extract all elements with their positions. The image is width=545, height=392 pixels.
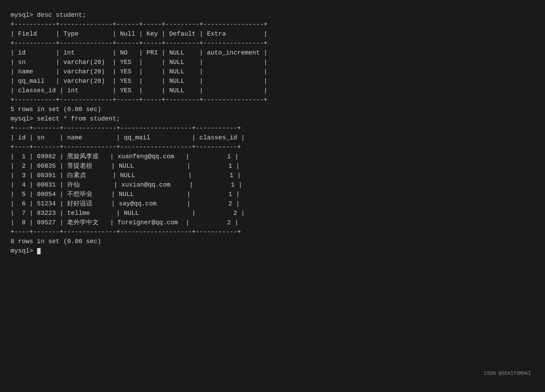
terminal-line: | classes_id | int | YES | | NULL | |	[10, 86, 535, 95]
cursor	[37, 248, 41, 254]
terminal-line: | 2 | 00835 | 菩提老祖 | NULL | 1 |	[10, 161, 535, 171]
terminal-line: +----+-------+--------------+-----------…	[10, 143, 535, 152]
terminal-line: | 8 | 09527 | 老外学中文 | foreigner@qq.com |…	[10, 218, 535, 227]
terminal-line: | id | int | NO | PRI | NULL | auto_incr…	[10, 48, 535, 58]
terminal-line: mysql> desc student;	[10, 10, 535, 20]
terminal-line: +-----------+--------------+------+-----…	[10, 39, 535, 48]
terminal-line: 8 rows in set (0.00 sec)	[10, 237, 535, 246]
terminal-line: +-----------+--------------+------+-----…	[10, 95, 535, 105]
terminal-line: | qq_mail | varchar(20) | YES | | NULL |…	[10, 77, 535, 86]
terminal-line: | id | sn | name | qq_mail | classes_id …	[10, 133, 535, 143]
terminal-line: | name | varchar(20) | YES | | NULL | |	[10, 67, 535, 77]
terminal-line: 5 rows in set (0.00 sec)	[10, 105, 535, 114]
terminal-line: +-----------+--------------+------+-----…	[10, 20, 535, 29]
terminal-line: | 3 | 00391 | 白素贞 | NULL | 1 |	[10, 171, 535, 180]
terminal-line: | Field | Type | Null | Key | Default | …	[10, 29, 535, 39]
terminal-line: | 4 | 00031 | 许仙 | xuxian@qq.com | 1 |	[10, 180, 535, 190]
terminal-line: | 5 | 00054 | 不想毕业 | NULL | 1 |	[10, 190, 535, 199]
terminal-line: mysql> select * from student;	[10, 114, 535, 124]
terminal-line: | sn | varchar(20) | YES | | NULL | |	[10, 58, 535, 67]
terminal-line: | 1 | 09982 | 黑旋风李逵 | xuanfeng@qq.com | …	[10, 152, 535, 161]
terminal-line: | 7 | 83223 | tellme | NULL | 2 |	[10, 209, 535, 218]
terminal-window: mysql> desc student;+-----------+-------…	[7, 7, 538, 384]
terminal-line: +----+-------+--------------+-----------…	[10, 124, 535, 133]
terminal-line: mysql>	[10, 246, 535, 256]
watermark: CSDN @SEKITOMOKI	[484, 370, 531, 377]
terminal-content: mysql> desc student;+-----------+-------…	[10, 10, 535, 256]
terminal-line: +----+-------+--------------+-----------…	[10, 227, 535, 237]
terminal-line: | 6 | 51234 | 好好说话 | say@qq.com | 2 |	[10, 199, 535, 209]
